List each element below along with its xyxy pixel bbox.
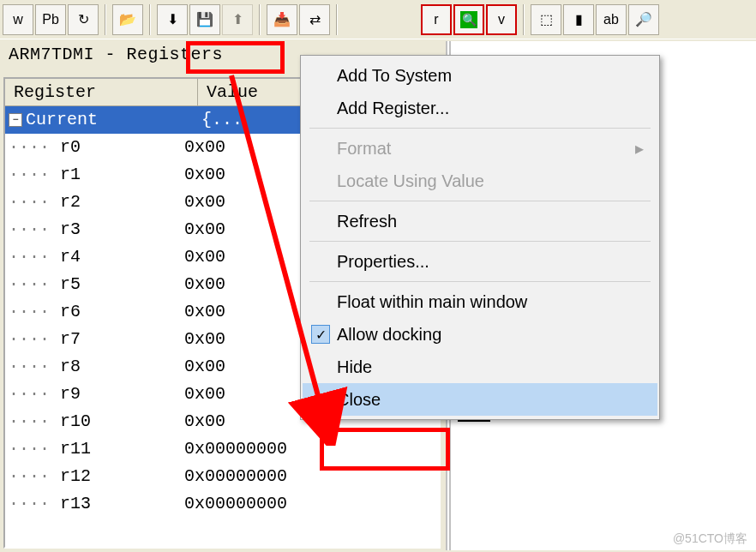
save-icon: 💾 bbox=[195, 10, 214, 29]
context-menu: Add To System Add Register... Format ▸ L… bbox=[300, 55, 660, 420]
toolbar-separator bbox=[105, 4, 106, 35]
toolbar-separator bbox=[523, 4, 525, 35]
search-icon: 🔍 bbox=[460, 11, 477, 28]
register-name: r5 bbox=[60, 271, 184, 298]
toolbar-separator bbox=[149, 4, 151, 35]
ctx-separator bbox=[309, 201, 651, 201]
tree-guide: ···· bbox=[9, 326, 60, 353]
toolbar-btn-open[interactable]: 📂 bbox=[112, 4, 143, 35]
toolbar-btn-search[interactable]: 🔍 bbox=[453, 4, 484, 35]
check-icon: ✓ bbox=[311, 325, 330, 344]
register-row[interactable]: ····r130x00000000 bbox=[5, 490, 439, 518]
workspace-icon: w bbox=[9, 10, 27, 29]
ctx-float-in-main[interactable]: Float within main window bbox=[303, 285, 657, 318]
toolbar-btn-13[interactable]: ⬚ bbox=[531, 4, 561, 35]
register-value: 0x00000000 bbox=[184, 490, 439, 518]
mem-layout-icon: ⬚ bbox=[537, 10, 555, 29]
register-name: r8 bbox=[60, 353, 184, 381]
chevron-right-icon: ▸ bbox=[635, 138, 644, 159]
register-name: r4 bbox=[60, 243, 184, 271]
ctx-separator bbox=[309, 281, 651, 282]
ctx-add-register[interactable]: Add Register... bbox=[303, 92, 657, 124]
folder-open-icon: 📂 bbox=[118, 10, 137, 29]
tree-guide: ···· bbox=[9, 435, 60, 463]
ctx-format: Format ▸ bbox=[303, 132, 657, 165]
watermark: @51CTO博客 bbox=[673, 531, 747, 547]
ctx-locate-using-value: Locate Using Value bbox=[303, 165, 657, 197]
register-value: 0x00000000 bbox=[184, 463, 439, 490]
tree-guide: ···· bbox=[9, 463, 60, 490]
register-name: r0 bbox=[60, 134, 184, 161]
root-label: Current bbox=[26, 106, 201, 134]
find-icon: 🔎 bbox=[634, 10, 653, 29]
tree-guide: ···· bbox=[9, 134, 60, 161]
register-name: r3 bbox=[60, 216, 184, 243]
variables-icon: v bbox=[492, 10, 511, 29]
toolbar-btn-save[interactable]: 💾 bbox=[189, 4, 220, 35]
register-name: r13 bbox=[60, 490, 184, 518]
toolbar-btn-xfer[interactable]: ⇄ bbox=[299, 4, 330, 35]
toolbar-separator bbox=[336, 4, 338, 35]
ctx-close[interactable]: Close bbox=[303, 383, 657, 416]
refresh-icon: ↻ bbox=[74, 10, 93, 29]
toolbar-btn-variables[interactable]: v bbox=[486, 4, 517, 35]
toolbar-btn-3[interactable]: ↻ bbox=[68, 4, 99, 35]
ctx-refresh[interactable]: Refresh bbox=[303, 205, 657, 237]
ctx-hide[interactable]: Hide bbox=[303, 351, 657, 383]
toolbar-btn-14[interactable]: ▮ bbox=[563, 4, 594, 35]
download-mem-icon: 📥 bbox=[273, 10, 291, 29]
toolbar-btn-load[interactable]: ⬇ bbox=[157, 4, 188, 35]
transfer-icon: ⇄ bbox=[305, 10, 324, 29]
load-icon: ⬇ bbox=[163, 10, 182, 29]
ctx-properties[interactable]: Properties... bbox=[303, 245, 657, 278]
register-name: r11 bbox=[60, 435, 184, 463]
tree-guide: ···· bbox=[9, 298, 60, 326]
tree-guide: ···· bbox=[9, 216, 60, 243]
register-name: r9 bbox=[60, 381, 184, 408]
ctx-add-to-system[interactable]: Add To System bbox=[303, 59, 657, 92]
toolbar-btn-16[interactable]: 🔎 bbox=[628, 4, 659, 35]
registers-icon: r bbox=[427, 10, 446, 29]
register-name: r10 bbox=[60, 408, 184, 435]
register-name: r12 bbox=[60, 463, 184, 490]
collapse-icon[interactable]: − bbox=[9, 113, 22, 127]
tree-guide: ···· bbox=[9, 271, 60, 298]
toolbar-btn-2[interactable]: Pb bbox=[35, 4, 66, 35]
pb-icon: Pb bbox=[41, 10, 60, 29]
register-name: r2 bbox=[60, 189, 184, 216]
toolbar-btn-upload[interactable]: ⬆ bbox=[222, 4, 253, 35]
ctx-separator bbox=[309, 241, 651, 242]
register-name: r7 bbox=[60, 326, 184, 353]
ctx-allow-docking[interactable]: ✓ Allow docking bbox=[303, 318, 657, 351]
tree-guide: ···· bbox=[9, 353, 60, 381]
register-row[interactable]: ····r110x00000000 bbox=[5, 435, 439, 463]
toolbar-separator bbox=[259, 4, 261, 35]
tree-guide: ···· bbox=[9, 408, 60, 435]
toolbar-btn-15[interactable]: ab bbox=[596, 4, 627, 35]
block-icon: ▮ bbox=[569, 10, 588, 29]
tree-guide: ···· bbox=[9, 490, 60, 518]
toolbar-btn-down2[interactable]: 📥 bbox=[267, 4, 297, 35]
register-row[interactable]: ····r120x00000000 bbox=[5, 463, 439, 490]
upload-icon: ⬆ bbox=[228, 10, 247, 29]
tree-guide: ···· bbox=[9, 161, 60, 189]
column-register[interactable]: Register bbox=[5, 79, 198, 105]
ctx-separator bbox=[309, 128, 651, 129]
register-name: r6 bbox=[60, 298, 184, 326]
tree-guide: ···· bbox=[9, 243, 60, 271]
tree-guide: ···· bbox=[9, 381, 60, 408]
tree-guide: ···· bbox=[9, 189, 60, 216]
toolbar-btn-1[interactable]: w bbox=[3, 4, 33, 35]
toolbar-btn-registers[interactable]: r bbox=[421, 4, 452, 35]
register-value: 0x00000000 bbox=[184, 435, 439, 463]
main-toolbar: w Pb ↻ 📂 ⬇ 💾 ⬆ 📥 ⇄ r 🔍 v ⬚ ▮ ab 🔎 bbox=[0, 0, 756, 39]
ab-icon: ab bbox=[602, 10, 621, 29]
register-name: r1 bbox=[60, 161, 184, 189]
